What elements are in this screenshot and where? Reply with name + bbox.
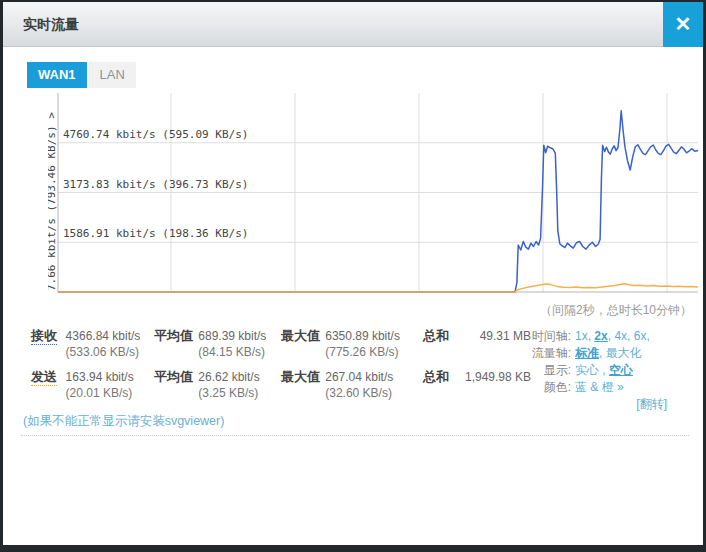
receive-max-label: 最大值 [281, 328, 325, 360]
receive-current: 4366.84 kbit/s (533.06 KB/s) [66, 328, 154, 360]
chart-caption: （间隔2秒，总时长10分钟） [48, 302, 700, 319]
color-scheme-link[interactable]: 蓝 & 橙 [575, 380, 614, 394]
svg-text:4760.74 kbit/s (595.09 KB/s): 4760.74 kbit/s (595.09 KB/s) [63, 128, 248, 141]
interface-tabs: WAN1LAN [27, 62, 703, 88]
traffic-chart-svg: 4760.74 kbit/s (595.09 KB/s)3173.83 kbit… [48, 90, 700, 295]
display-hollow-link[interactable]: 空心 [609, 363, 633, 377]
flow-maximize-link[interactable]: 最大化 [606, 346, 642, 360]
send-label: 发送 [31, 369, 66, 401]
flow-standard-link[interactable]: 标准 [575, 346, 599, 360]
dialog-window: 实时流量 ✕ WAN1LAN 4760.74 kbit/s (595.09 KB… [0, 0, 706, 552]
tab-wan1[interactable]: WAN1 [27, 62, 87, 88]
send-max-label: 最大值 [281, 369, 325, 401]
color-label: 颜色: [513, 379, 575, 396]
svgviewer-note-link[interactable]: (如果不能正常显示请安装svgviewer) [23, 413, 703, 430]
svg-text:3173.83 kbit/s (396.73 KB/s): 3173.83 kbit/s (396.73 KB/s) [63, 178, 248, 191]
dialog-title: 实时流量 [3, 2, 703, 47]
time-2x-link[interactable]: 2x [594, 329, 607, 343]
svg-text:7.66 kbit/s (793.46 KB/s) >: 7.66 kbit/s (793.46 KB/s) > [48, 112, 58, 291]
receive-label: 接收 [31, 328, 66, 360]
send-current: 163.94 kbit/s (20.01 KB/s) [66, 369, 154, 401]
send-avg-label: 平均值 [154, 369, 198, 401]
time-axis-row: 时间轴: 1x, 2x, 4x, 6x, [513, 328, 691, 345]
chart-controls: 时间轴: 1x, 2x, 4x, 6x, 流量轴: 标准, 最大化 显示: 实心… [513, 328, 691, 413]
receive-stats-row: 接收 4366.84 kbit/s (533.06 KB/s) 平均值 689.… [31, 328, 531, 360]
trailing-comma: , [646, 329, 649, 343]
titlebar: 实时流量 ✕ [3, 2, 703, 47]
time-axis-label: 时间轴: [513, 328, 575, 345]
flip-link[interactable]: [翻转] [636, 397, 667, 411]
realtime-traffic-dialog: 实时流量 ✕ WAN1LAN 4760.74 kbit/s (595.09 KB… [3, 2, 703, 545]
send-max: 267.04 kbit/s (32.60 KB/s) [325, 369, 423, 401]
receive-avg: 689.39 kbit/s (84.15 KB/s) [198, 328, 281, 360]
send-avg: 26.62 kbit/s (3.25 KB/s) [198, 369, 281, 401]
svg-text:1586.91 kbit/s (198.36 KB/s): 1586.91 kbit/s (198.36 KB/s) [63, 227, 248, 240]
time-6x-link[interactable]: 6x [634, 329, 647, 343]
display-solid-link[interactable]: 实心 [575, 363, 599, 377]
send-total-label: 总和 [423, 369, 461, 401]
receive-avg-label: 平均值 [154, 328, 198, 360]
flow-axis-row: 流量轴: 标准, 最大化 [513, 345, 691, 362]
time-4x-link[interactable]: 4x [614, 329, 627, 343]
divider [21, 435, 689, 436]
stats-area: 接收 4366.84 kbit/s (533.06 KB/s) 平均值 689.… [3, 328, 703, 401]
receive-total-label: 总和 [423, 328, 461, 360]
stats-table: 接收 4366.84 kbit/s (533.06 KB/s) 平均值 689.… [31, 328, 531, 401]
color-row: 颜色: 蓝 & 橙 » [513, 379, 691, 396]
display-row: 显示: 实心 , 空心 [513, 362, 691, 379]
tab-lan[interactable]: LAN [89, 62, 136, 88]
send-stats-row: 发送 163.94 kbit/s (20.01 KB/s) 平均值 26.62 … [31, 369, 531, 401]
flow-axis-label: 流量轴: [513, 345, 575, 362]
close-button[interactable]: ✕ [663, 2, 703, 47]
display-label: 显示: [513, 362, 575, 379]
receive-max: 6350.89 kbit/s (775.26 KB/s) [325, 328, 423, 360]
time-1x-link[interactable]: 1x [575, 329, 588, 343]
color-more-link[interactable]: » [617, 380, 624, 394]
traffic-chart: 4760.74 kbit/s (595.09 KB/s)3173.83 kbit… [48, 90, 700, 319]
flip-row: [翻转] [513, 396, 691, 413]
